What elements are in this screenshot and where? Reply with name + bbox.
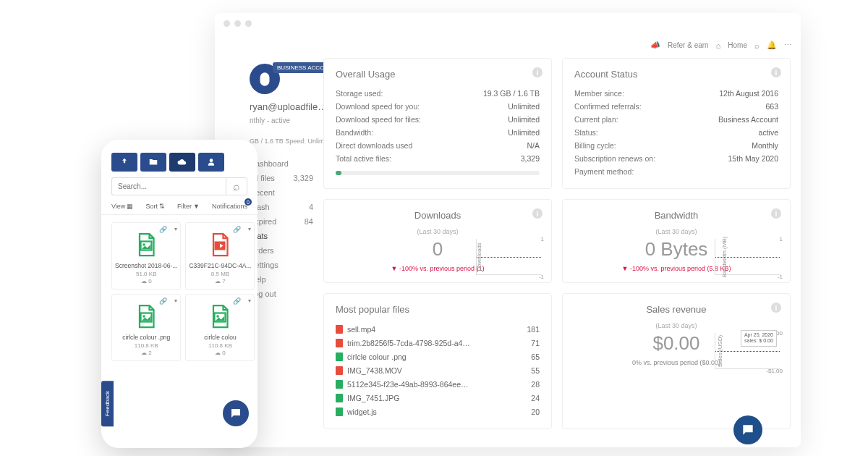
sidebar-item-settings[interactable]: Settings	[250, 258, 313, 272]
popular-file-row[interactable]: widget.js20	[336, 405, 540, 418]
link-icon[interactable]: 🔗	[233, 226, 241, 233]
sidebar-item-recent[interactable]: Recent	[250, 185, 313, 200]
link-icon[interactable]: 🔗	[159, 297, 167, 305]
kv-row: Direct downloads usedN/A	[336, 139, 540, 152]
file-card[interactable]: 🔗▾Screenshot 2018-06-...51.0 KB☁ 0	[111, 222, 181, 290]
kv-row: Total active files:3,329	[336, 152, 540, 165]
kv-row: Billing cycle:Monthly	[574, 139, 778, 152]
link-icon[interactable]: 🔗	[159, 226, 167, 233]
search-icon[interactable]: ⌕	[754, 41, 760, 50]
file-card[interactable]: 🔗▾cirlcle colou110.8 KB☁ 0	[185, 294, 255, 361]
kv-row: Download speed for files:Unlimited	[336, 113, 540, 126]
popular-file-row[interactable]: IMG_7451.JPG24	[336, 391, 540, 405]
notifications-toggle[interactable]: Notifications0	[212, 203, 247, 210]
page-chat-bubble[interactable]	[733, 415, 762, 444]
storage-progress	[336, 171, 540, 175]
card-subtitle: (Last 30 days)	[574, 322, 778, 329]
sidebar-item-stats[interactable]: Stats	[250, 229, 313, 243]
popular-file-row[interactable]: IMG_7438.MOV55	[336, 363, 540, 377]
user-email: ryan@uploadfiles...	[250, 101, 329, 112]
kv-row: Confirmed referrals:663	[574, 100, 778, 113]
phone-toolbar: View ▦ Sort ⇅ Filter ▼ Notifications0	[101, 195, 258, 215]
kv-row: Subscription renews on:15th May 2020	[574, 152, 778, 165]
chat-bubble[interactable]	[223, 400, 249, 426]
sidebar-item-log-out[interactable]: Log out	[250, 287, 313, 301]
refer-link[interactable]: Refer & earn	[668, 41, 709, 49]
home-link[interactable]: Home	[728, 41, 747, 49]
downloads-chart: 1 -1 Downloads	[476, 239, 541, 275]
link-icon[interactable]: 🔗	[233, 297, 241, 305]
overall-usage-card: i Overall Usage Storage used:19.3 GB / 1…	[323, 58, 552, 189]
search-input[interactable]	[111, 177, 226, 195]
downloads-card: i Downloads (Last 30 days) 0 ▼ -100% vs.…	[323, 199, 552, 283]
card-title: Overall Usage	[336, 69, 540, 80]
info-icon[interactable]: i	[771, 208, 781, 219]
info-icon[interactable]: i	[532, 67, 542, 77]
sidebar-nav: DashboardAll files3,329RecentTrash4Expir…	[250, 156, 313, 301]
info-icon[interactable]: i	[532, 208, 542, 219]
card-title: Downloads	[336, 210, 540, 221]
plan-status: nthly - active	[250, 117, 313, 124]
stats-grid: i Overall Usage Storage used:19.3 GB / 1…	[323, 58, 801, 447]
card-subtitle: (Last 30 days)	[574, 228, 778, 235]
view-toggle[interactable]: View ▦	[111, 203, 133, 210]
file-card[interactable]: 🔗▾cirlcle colour .png110.8 KB☁ 2	[111, 294, 181, 361]
card-title: Most popular files	[336, 304, 540, 315]
sort-toggle[interactable]: Sort ⇅	[145, 203, 165, 210]
bandwidth-card: i Bandwidth (Last 30 days) 0 Bytes ▼ -10…	[562, 199, 791, 283]
svg-point-1	[142, 243, 145, 246]
kv-row: Member since:12th August 2016	[574, 87, 778, 100]
feedback-tab[interactable]: Feedback	[101, 381, 114, 426]
info-icon[interactable]: i	[771, 303, 781, 313]
svg-point-5	[142, 315, 145, 318]
popular-file-row[interactable]: 5112e345-f23e-49ab-8993-864ee6513d...28	[336, 377, 540, 391]
cloud-tab[interactable]	[169, 153, 195, 172]
info-icon[interactable]: i	[771, 67, 781, 77]
desktop-window: 📣 Refer & earn ⌂ Home ⌕ 🔔 ⋯ BUSINESS ACC…	[215, 13, 801, 447]
home-icon[interactable]: ⌂	[716, 41, 721, 50]
window-controls	[224, 20, 252, 27]
card-title: Sales revenue	[574, 304, 778, 315]
sales-card: i Sales revenue (Last 30 days) $0.00 0% …	[562, 293, 791, 429]
kv-row: Bandwidth:Unlimited	[336, 126, 540, 139]
sidebar-item-help[interactable]: Help	[250, 272, 313, 287]
kv-row: Status:active	[574, 126, 778, 139]
bandwidth-chart: 1 -1 Bandwidth (MB)	[715, 239, 780, 275]
more-icon[interactable]: ⋯	[784, 41, 792, 50]
upload-tab[interactable]	[111, 153, 137, 172]
sidebar-item-orders[interactable]: Orders	[250, 243, 313, 258]
chart-tooltip: Apr 25, 2020 sales: $ 0.00	[741, 330, 777, 347]
search-button[interactable]: ⌕	[226, 177, 247, 195]
chevron-down-icon[interactable]: ▾	[174, 226, 177, 232]
popular-file-row[interactable]: sell.mp4181	[336, 322, 540, 336]
file-card[interactable]: 🔗▾C339F21C-94DC-4A...8.5 MB☁ 7	[185, 222, 255, 290]
sidebar-item-all-files[interactable]: All files3,329	[250, 171, 313, 185]
popular-file-row[interactable]: trim.2b8256f5-7cda-4798-925d-a428a6...71	[336, 336, 540, 350]
kv-row: Payment method:	[574, 165, 778, 178]
phone-search: ⌕	[111, 177, 247, 195]
bell-icon[interactable]: 🔔	[767, 41, 777, 50]
card-title: Bandwidth	[574, 210, 778, 221]
phone-file-grid: 🔗▾Screenshot 2018-06-...51.0 KB☁ 0🔗▾C339…	[101, 215, 258, 368]
user-tab[interactable]	[198, 153, 224, 172]
sidebar-item-expired[interactable]: Expired84	[250, 214, 313, 229]
folder-tab[interactable]	[140, 153, 166, 172]
account-status-card: i Account Status Member since:12th Augus…	[562, 58, 791, 189]
sidebar-item-trash[interactable]: Trash4	[250, 200, 313, 214]
chevron-down-icon[interactable]: ▾	[248, 226, 251, 232]
popular-file-row[interactable]: cirlcle colour .png65	[336, 350, 540, 363]
popular-files-card: Most popular files sell.mp4181trim.2b825…	[323, 293, 552, 429]
megaphone-icon: 📣	[650, 41, 660, 50]
topbar: 📣 Refer & earn ⌂ Home ⌕ 🔔 ⋯	[650, 41, 792, 50]
sidebar-item-dashboard[interactable]: Dashboard	[250, 156, 313, 171]
card-subtitle: (Last 30 days)	[336, 228, 540, 235]
svg-point-7	[217, 315, 220, 318]
kv-row: Storage used:19.3 GB / 1.6 TB	[336, 87, 540, 100]
filter-toggle[interactable]: Filter ▼	[177, 203, 200, 210]
chevron-down-icon[interactable]: ▾	[174, 297, 177, 304]
kv-row: Current plan:Business Account	[574, 113, 778, 126]
chevron-down-icon[interactable]: ▾	[248, 297, 251, 304]
phone-tabs	[101, 140, 258, 177]
phone-mockup: ⌕ View ▦ Sort ⇅ Filter ▼ Notifications0 …	[101, 140, 258, 448]
sales-chart: $1.00 -$1.00 Sales (USD) Apr 25, 2020 sa…	[715, 333, 780, 369]
